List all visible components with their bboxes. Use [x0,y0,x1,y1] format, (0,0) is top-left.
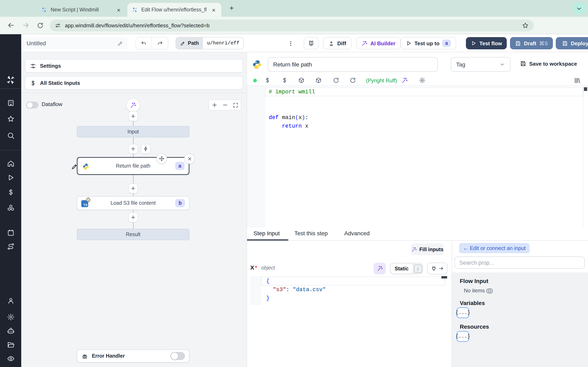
sidebar-item-workers-robot-icon[interactable] [0,327,21,335]
browser-tab-new-script[interactable]: New Script | Windmill × [37,3,126,17]
sidebar-item-folders-icon[interactable] [0,341,21,349]
step-node-a-return-file-path[interactable]: Return file path a [77,157,190,175]
edit-or-connect-button[interactable]: ← Edit or connect an input [459,243,530,253]
zoom-out-button[interactable] [220,102,230,108]
move-step-button[interactable] [156,153,167,164]
all-static-inputs-button[interactable]: All Static Inputs [25,76,243,90]
docs-book-button[interactable] [304,37,319,49]
site-settings-icon[interactable] [55,22,61,29]
code-editor[interactable]: # import wmill def main(x): return x [247,86,588,227]
reload-deps-icon[interactable] [350,77,356,83]
fit-view-button[interactable] [230,102,241,108]
error-handler-card[interactable]: Error Handler [77,350,190,363]
connect-input-button[interactable] [427,263,448,275]
url-text[interactable]: app.windmill.dev/flows/edit/u/henri/effo… [65,22,522,29]
ai-input-wand-button[interactable] [374,263,386,275]
dataflow-toggle[interactable] [26,101,38,108]
sidebar-item-variables-dollar-icon[interactable] [0,188,21,196]
tab-search-button[interactable] [573,3,585,14]
close-icon [187,156,192,161]
sidebar-item-schedules-calendar-icon[interactable] [0,229,21,236]
delete-step-button[interactable] [184,153,195,164]
package-icon[interactable] [315,77,322,83]
sidebar-item-triggers-route-icon[interactable] [0,243,21,250]
add-top-step-button[interactable] [128,111,138,121]
library-icon[interactable] [574,77,581,84]
draft-button[interactable]: Draft ⌘S [510,37,553,49]
python-code[interactable]: # import wmill def main(x): return x [269,88,315,131]
error-handler-toggle[interactable] [170,352,185,360]
edit-step-pencil-icon[interactable] [71,163,78,170]
add-step-button[interactable] [128,212,138,222]
sidebar-item-search-icon[interactable] [0,132,21,140]
step-node-b-load-s3-file[interactable]: TS Load S3 file content b [77,196,190,210]
undo-button[interactable] [136,38,152,49]
editor-settings-gear-icon[interactable] [419,77,425,83]
bookmark-star-icon[interactable] [522,22,529,29]
add-step-button[interactable] [128,144,138,154]
edit-title-pencil-icon[interactable] [117,40,123,46]
more-options-kebab-icon[interactable]: ⋮ [287,37,295,49]
diff-button[interactable]: Diff [323,37,351,49]
new-tab-button[interactable]: + [229,4,234,13]
flow-settings-button[interactable]: Settings [25,59,243,73]
json-code[interactable]: { "s3": "data.csv"} [266,277,326,303]
forward-button[interactable] [22,22,29,29]
dollar-icon [30,80,36,86]
tab-advanced[interactable]: Advanced [344,230,370,236]
variables-dollar-icon[interactable] [281,77,288,83]
sidebar-item-users-icon[interactable] [0,297,21,305]
flow-title-field[interactable]: Untitled [22,37,127,49]
deploy-button[interactable]: Deploy [556,37,588,49]
fill-inputs-button[interactable]: Fill inputs [411,243,444,255]
static-inputs-dollar-icon[interactable] [264,77,271,83]
ai-builder-button[interactable]: AI Builder [356,37,401,49]
windmill-logo[interactable] [0,75,21,85]
json-input-editor[interactable]: { "s3": "data.csv"} [250,276,448,305]
tab-step-input[interactable]: Step Input [254,230,280,236]
redo-button[interactable] [152,38,168,49]
tag-select[interactable]: Tag [451,57,510,72]
ai-flow-wand-button[interactable] [126,98,140,112]
back-button[interactable] [7,22,15,29]
url-bar[interactable]: app.windmill.dev/flows/edit/u/henri/effo… [50,20,534,31]
path-control[interactable]: Path u/henri/eff [176,37,244,49]
javascript-expr-button[interactable]: ƒ [414,264,422,273]
reload-button[interactable] [37,22,44,29]
search-prop-input[interactable] [454,257,585,269]
sidebar-item-audit-eye-icon[interactable] [0,355,21,363]
sidebar-item-favorites-star-icon[interactable] [0,115,21,123]
sidebar-item-workspace-icon[interactable] [0,99,21,107]
sidebar-item-resources-boxes-icon[interactable] [0,204,21,212]
app-sidebar-rail [0,34,21,367]
zoom-in-button[interactable] [209,102,220,108]
flow-input-node[interactable]: Input [77,126,190,137]
resources-expand-button[interactable]: {...} [457,331,469,342]
add-step-button[interactable] [128,184,138,193]
browser-tab-edit-flow[interactable]: Edit Flow u/henri/effortless_fl × [127,3,221,17]
flow-result-node[interactable]: Result [77,229,190,240]
sidebar-item-runs-play-icon[interactable] [0,174,21,182]
sidebar-item-settings-gear-icon[interactable] [0,313,21,321]
fill-inputs-label: Fill inputs [419,247,443,252]
scrollbar-thumb[interactable] [441,276,447,278]
ai-wand-icon[interactable] [401,77,408,83]
save-to-workspace-button[interactable]: Save to workspace [520,60,577,67]
add-trigger-bolt-button[interactable] [141,144,151,154]
test-flow-button[interactable]: Test flow [466,37,507,49]
graph-zoom-controls [209,100,241,110]
sidebar-item-home-icon[interactable] [0,160,21,167]
lint-status-label[interactable]: (Pyright Ruff) [366,77,397,83]
path-value[interactable]: u/henri/eff [203,38,243,49]
static-mode-button[interactable]: Static [390,264,413,273]
step-name-input[interactable] [268,57,438,72]
tab-close-icon[interactable]: × [116,7,122,13]
scrollbar-thumb[interactable] [584,87,587,91]
reload-deps-icon[interactable] [333,77,339,83]
tab-test-this-step[interactable]: Test this step [294,230,328,236]
editor-scrollbar[interactable] [583,86,587,227]
variables-expand-button[interactable]: {...} [457,308,469,318]
test-up-to-button[interactable]: Test up to a [401,37,456,49]
tab-close-icon[interactable]: × [211,7,217,13]
package-icon[interactable] [298,77,305,83]
